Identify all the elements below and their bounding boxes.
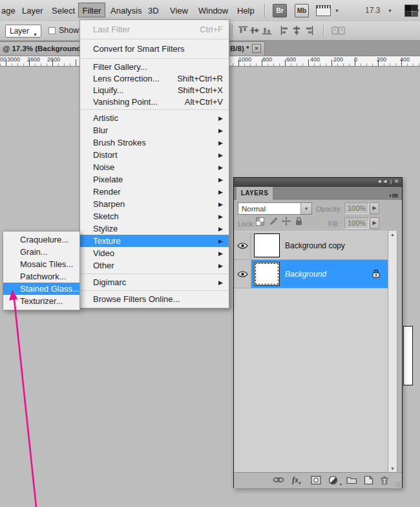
panel-title-bar[interactable]: ◄◄ | ✕ (234, 178, 402, 187)
layer-style-icon[interactable]: fx▾ (292, 475, 304, 486)
opacity-value[interactable]: 100% (344, 202, 369, 214)
menu-item-brush-strokes[interactable]: Brush Strokes▶ (80, 136, 229, 149)
adjustment-layer-icon[interactable]: ▾ (328, 475, 340, 486)
panel-resize-grip[interactable] (395, 482, 401, 487)
lock-transparency-icon[interactable] (256, 217, 265, 226)
submenu-arrow-icon: ▶ (218, 189, 223, 195)
submenu-item-craquelure[interactable]: Craquelure... (3, 233, 79, 246)
visibility-cell[interactable] (234, 260, 251, 288)
layer-row-background-copy[interactable]: Background copy (234, 232, 388, 260)
lock-position-icon[interactable] (282, 217, 291, 226)
submenu-arrow-icon: ▶ (218, 127, 223, 134)
menu-window[interactable]: Window (198, 0, 228, 21)
opacity-slider-button[interactable]: ▶ (370, 202, 379, 214)
align-top-edges-icon[interactable] (238, 25, 249, 36)
layer-name[interactable]: Background (285, 260, 326, 288)
menu-item-other[interactable]: Other▶ (80, 259, 229, 272)
layer-thumbnail[interactable] (254, 233, 280, 257)
menu-item-distort[interactable]: Distort▶ (80, 149, 229, 161)
menu-item-video[interactable]: Video▶ (80, 247, 229, 259)
submenu-item-patchwork[interactable]: Patchwork... (3, 270, 79, 283)
menu-item-filter-gallery[interactable]: Filter Gallery... (80, 61, 229, 72)
new-layer-icon[interactable] (364, 475, 375, 486)
menu-item-sharpen[interactable]: Sharpen▶ (80, 198, 229, 210)
menu-view[interactable]: View (170, 0, 188, 21)
menu-item-blur[interactable]: Blur▶ (80, 124, 229, 136)
link-layers-icon[interactable] (273, 475, 284, 486)
submenu-arrow-icon: ▶ (218, 263, 223, 269)
view-extras-icon[interactable] (316, 5, 331, 16)
zoom-level[interactable]: 17.3 (365, 0, 380, 21)
align-bottom-edges-icon[interactable] (262, 25, 273, 36)
fill-value[interactable]: 100% (344, 217, 369, 229)
align-horizontal-centers-icon[interactable] (291, 25, 302, 36)
layers-list: Background copy Background ▲ ▼ (234, 231, 402, 472)
lock-pixels-icon[interactable] (269, 217, 278, 226)
scroll-up-icon[interactable]: ▲ (388, 232, 397, 237)
menu-help[interactable]: Help (237, 0, 255, 21)
eye-icon (237, 271, 248, 277)
layer-thumbnail-selected[interactable] (254, 262, 280, 286)
scroll-down-icon[interactable]: ▼ (388, 466, 397, 471)
show-transform-checkbox[interactable] (48, 27, 56, 34)
add-mask-icon[interactable] (311, 475, 322, 486)
submenu-arrow-icon: ▶ (218, 115, 223, 122)
menu-item-liquify[interactable]: Liquify... Shift+Ctrl+X (80, 84, 229, 96)
align-left-edges-icon[interactable] (280, 25, 291, 36)
tab-close-icon[interactable]: ✕ (252, 44, 261, 53)
menu-item-shortcut: Ctrl+F (200, 25, 223, 34)
menu-analysis[interactable]: Analysis (110, 0, 142, 21)
lock-all-icon[interactable] (295, 217, 304, 226)
menu-item-label: Texture (93, 236, 121, 246)
auto-align-layers-icon[interactable] (331, 25, 346, 36)
blend-mode-dropdown[interactable]: Normal ▼ (238, 202, 312, 215)
submenu-item-texturizer[interactable]: Texturizer... (3, 295, 79, 307)
auto-select-dropdown[interactable]: Layer ▼ (5, 25, 41, 38)
align-right-edges-icon[interactable] (304, 25, 315, 36)
menu-item-texture[interactable]: Texture▶ (80, 235, 229, 247)
menu-item-pixelate[interactable]: Pixelate▶ (80, 173, 229, 186)
layers-tab[interactable]: LAYERS (236, 187, 273, 200)
menu-item-last-filter[interactable]: Last Filter Ctrl+F (80, 22, 229, 37)
menu-3d[interactable]: 3D (148, 0, 159, 21)
align-vertical-centers-icon[interactable] (249, 25, 260, 36)
view-extras-caret-icon[interactable]: ▼ (335, 8, 339, 13)
arrange-caret-icon[interactable]: ▼ (415, 8, 420, 13)
menu-item-noise[interactable]: Noise▶ (80, 161, 229, 173)
eye-icon (237, 243, 248, 249)
delete-layer-icon[interactable] (380, 475, 392, 486)
launch-bridge-button[interactable]: Br (273, 4, 287, 17)
menu-item-stylize[interactable]: Stylize▶ (80, 222, 229, 235)
zoom-caret-icon[interactable]: ▼ (388, 8, 392, 13)
layer-row-background[interactable]: Background (234, 260, 388, 288)
menu-separator (80, 58, 229, 59)
menu-select[interactable]: Select (52, 0, 75, 21)
new-group-icon[interactable] (346, 475, 358, 486)
visibility-cell[interactable] (234, 232, 251, 259)
menu-item-vanishing-point[interactable]: Vanishing Point... Alt+Ctrl+V (80, 96, 229, 107)
submenu-item-mosaic-tiles[interactable]: Mosaic Tiles... (3, 258, 79, 270)
launch-mobile-button[interactable]: Mb (295, 4, 309, 17)
menu-filter[interactable]: Filter (78, 3, 105, 17)
panel-collapse-close-icons[interactable]: ◄◄ | ✕ (377, 178, 399, 184)
selection-ants (255, 263, 278, 285)
menu-item-artistic[interactable]: Artistic▶ (80, 112, 229, 124)
menu-item-digimarc[interactable]: Digimarc▶ (80, 276, 229, 288)
menu-item-render[interactable]: Render▶ (80, 186, 229, 198)
fill-slider-button[interactable]: ▶ (370, 217, 379, 229)
menu-item-lens-correction[interactable]: Lens Correction... Shift+Ctrl+R (80, 72, 229, 84)
submenu-item-grain[interactable]: Grain... (3, 246, 79, 258)
layer-name[interactable]: Background copy (285, 232, 345, 260)
layers-scrollbar[interactable]: ▲ ▼ (388, 231, 397, 472)
menu-layer[interactable]: Layer (22, 0, 43, 21)
submenu-arrow-icon: ▶ (218, 177, 223, 183)
menu-image[interactable]: age (1, 0, 16, 21)
submenu-item-stained-glass[interactable]: Stained Glass... (3, 283, 79, 295)
lock-label: Lock: (238, 220, 255, 228)
menu-item-convert-smart-filters[interactable]: Convert for Smart Filters (80, 41, 229, 56)
menu-item-browse-filters-online[interactable]: Browse Filters Online... (80, 293, 229, 305)
menu-item-label: Sharpen (93, 199, 125, 209)
layers-panel: ◄◄ | ✕ LAYERS ▼ Normal ▼ Opacity: 100% ▶… (233, 177, 403, 488)
menu-item-sketch[interactable]: Sketch▶ (80, 210, 229, 222)
menu-item-label: Video (93, 248, 114, 258)
